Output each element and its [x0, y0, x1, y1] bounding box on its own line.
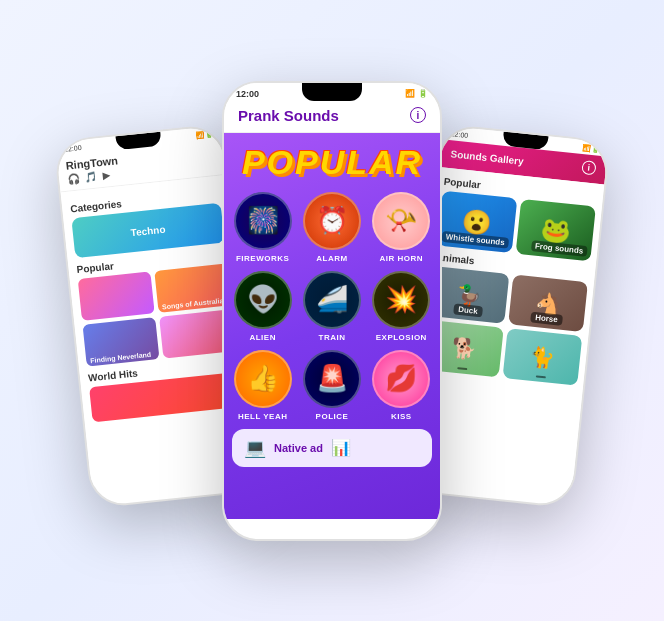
animals-grid: 🦆 Duck 🐴 Horse 🐕 🐈 [424, 266, 588, 386]
center-phone-notch [302, 83, 362, 101]
sound-item-police[interactable]: 🚨 POLICE [301, 350, 362, 421]
right-popular-grid: 😮 Whistle sounds 🐸 Frog sounds [437, 190, 596, 261]
sound-item-explosion[interactable]: 💥 EXPLOSION [371, 271, 432, 342]
alien-circle: 👽 [234, 271, 292, 329]
alarm-circle: ⏰ [303, 192, 361, 250]
center-status-icons: 📶 🔋 [405, 89, 428, 98]
center-body: POPULAR 🎆 FIREWORKS ⏰ ALARM 📯 AIR HORN 👽… [224, 133, 440, 519]
animal-card-cat[interactable]: 🐈 [503, 328, 583, 386]
police-label: POLICE [316, 412, 349, 421]
right-time: 12:00 [450, 130, 468, 140]
right-app-title: Sounds Gallery [450, 147, 524, 166]
left-pop-card-2[interactable]: Songs of Australia [154, 263, 231, 312]
left-pop-card-1[interactable] [78, 271, 155, 320]
sounds-grid: 🎆 FIREWORKS ⏰ ALARM 📯 AIR HORN 👽 ALIEN 🚄 [232, 192, 432, 421]
train-label: TRAIN [319, 333, 346, 342]
alarm-label: ALARM [316, 254, 347, 263]
right-frog-card[interactable]: 🐸 Frog sounds [516, 198, 596, 261]
right-whistle-card[interactable]: 😮 Whistle sounds [437, 190, 517, 253]
fireworks-label: FIREWORKS [236, 254, 289, 263]
left-pop-card-3[interactable]: Finding Neverland [83, 317, 160, 366]
headphone-icon: 🎧 [67, 172, 80, 184]
left-status-icons: 📶🔋 [195, 130, 214, 140]
police-circle: 🚨 [303, 350, 361, 408]
frog-icon: 🐸 [539, 214, 572, 245]
phones-container: 12:00 📶🔋 RingTown 🎧 🎵 ▶ Categories Techn… [42, 21, 622, 601]
sound-item-airhorn[interactable]: 📯 AIR HORN [371, 192, 432, 263]
native-ad-bar: 💻 Native ad 📊 [232, 429, 432, 467]
kiss-label: KISS [391, 412, 412, 421]
train-circle: 🚄 [303, 271, 361, 329]
sound-item-train[interactable]: 🚄 TRAIN [301, 271, 362, 342]
explosion-circle: 💥 [372, 271, 430, 329]
sound-item-fireworks[interactable]: 🎆 FIREWORKS [232, 192, 293, 263]
animal-card-horse[interactable]: 🐴 Horse [508, 274, 588, 332]
left-categories-card-text: Techno [130, 223, 166, 238]
center-time: 12:00 [236, 89, 259, 99]
airhorn-circle: 📯 [372, 192, 430, 250]
music-icon: 🎵 [85, 170, 98, 182]
alien-label: ALIEN [249, 333, 276, 342]
sound-item-alien[interactable]: 👽 ALIEN [232, 271, 293, 342]
left-popular-grid: Songs of Australia Finding Neverland [78, 263, 236, 366]
cat-icon: 🐈 [529, 343, 556, 369]
wifi-icon: 📶 [405, 89, 415, 98]
center-app-header: Prank Sounds i [224, 101, 440, 133]
explosion-label: EXPLOSION [376, 333, 427, 342]
ad-chart-icon: 📊 [331, 438, 351, 457]
right-frog-label: Frog sounds [530, 240, 587, 257]
play-icon: ▶ [102, 169, 111, 181]
center-phone: 12:00 📶 🔋 Prank Sounds i POPULAR 🎆 FIREW… [222, 81, 442, 541]
info-button[interactable]: i [410, 107, 426, 123]
hellyeah-circle: 👍 [234, 350, 292, 408]
ad-icon: 💻 [244, 437, 266, 459]
left-time: 12:00 [64, 143, 82, 153]
sound-item-hellyeah[interactable]: 👍 HELL YEAH [232, 350, 293, 421]
kiss-circle: 💋 [372, 350, 430, 408]
cat-label [535, 375, 545, 378]
sound-item-kiss[interactable]: 💋 KISS [371, 350, 432, 421]
left-pop-label-2: Songs of Australia [162, 297, 224, 310]
whistle-icon: 😮 [461, 206, 494, 237]
dog-icon: 🐕 [450, 335, 477, 361]
hellyeah-label: HELL YEAH [238, 412, 288, 421]
info-icon: i [417, 110, 420, 121]
dog-label [457, 367, 467, 370]
right-status-icons: 📶🔋 [582, 143, 601, 153]
right-info-button[interactable]: i [581, 160, 596, 175]
fireworks-circle: 🎆 [234, 192, 292, 250]
left-pop-label-3: Finding Neverland [90, 350, 151, 363]
center-app-title: Prank Sounds [238, 107, 339, 124]
airhorn-label: AIR HORN [380, 254, 424, 263]
popular-heading: POPULAR [242, 143, 422, 182]
sound-item-alarm[interactable]: ⏰ ALARM [301, 192, 362, 263]
native-ad-text: Native ad [274, 442, 323, 454]
battery-icon: 🔋 [418, 89, 428, 98]
